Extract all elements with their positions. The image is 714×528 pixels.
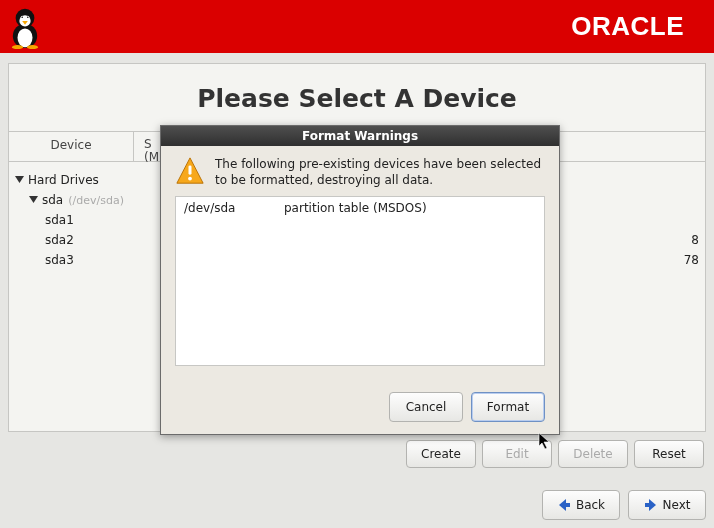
svg-rect-14: [564, 503, 570, 507]
svg-point-7: [27, 16, 29, 18]
tree-label: sda1: [45, 213, 74, 227]
penguin-icon: [6, 4, 44, 49]
svg-rect-16: [645, 503, 651, 507]
svg-point-19: [188, 177, 192, 181]
top-bar: ORACLE: [0, 0, 714, 53]
nav-row: Back Next: [542, 490, 706, 520]
oracle-logo: ORACLE: [571, 11, 684, 42]
tree-dev-path: (/dev/sda): [68, 194, 124, 207]
back-label: Back: [576, 498, 605, 512]
format-button[interactable]: Format: [471, 392, 545, 422]
device-list[interactable]: /dev/sda partition table (MSDOS): [175, 196, 545, 366]
edit-button: Edit: [482, 440, 552, 468]
tree-label: sda3: [45, 253, 74, 267]
format-warnings-dialog: Format Warnings The following pre-existi…: [160, 125, 560, 435]
svg-point-10: [27, 45, 38, 49]
tree-size: 8: [669, 233, 699, 247]
create-button[interactable]: Create: [406, 440, 476, 468]
tree-size: 78: [669, 253, 699, 267]
reset-button[interactable]: Reset: [634, 440, 704, 468]
next-button[interactable]: Next: [628, 490, 706, 520]
action-row: Create Edit Delete Reset: [8, 432, 706, 468]
tree-label: sda: [42, 193, 63, 207]
dialog-title: Format Warnings: [161, 126, 559, 146]
back-button[interactable]: Back: [542, 490, 620, 520]
dialog-buttons: Cancel Format: [161, 380, 559, 434]
col-device[interactable]: Device: [9, 132, 134, 161]
svg-rect-18: [189, 165, 192, 174]
warning-icon: [175, 156, 205, 186]
list-dev: /dev/sda: [184, 201, 284, 215]
svg-marker-12: [29, 196, 38, 203]
tree-label: Hard Drives: [28, 173, 99, 187]
tree-label: sda2: [45, 233, 74, 247]
dialog-message: The following pre-existing devices have …: [215, 156, 545, 188]
arrow-right-icon: [644, 498, 658, 512]
arrow-left-icon: [557, 498, 571, 512]
delete-button: Delete: [558, 440, 628, 468]
svg-marker-11: [15, 176, 24, 183]
svg-point-1: [18, 28, 33, 47]
expander-icon[interactable]: [29, 196, 38, 205]
list-item[interactable]: /dev/sda partition table (MSDOS): [184, 201, 536, 215]
cancel-button[interactable]: Cancel: [389, 392, 463, 422]
page-title: Please Select A Device: [9, 84, 705, 113]
svg-point-6: [21, 16, 23, 18]
list-desc: partition table (MSDOS): [284, 201, 427, 215]
svg-point-9: [12, 45, 23, 49]
expander-icon[interactable]: [15, 176, 24, 185]
next-label: Next: [663, 498, 691, 512]
